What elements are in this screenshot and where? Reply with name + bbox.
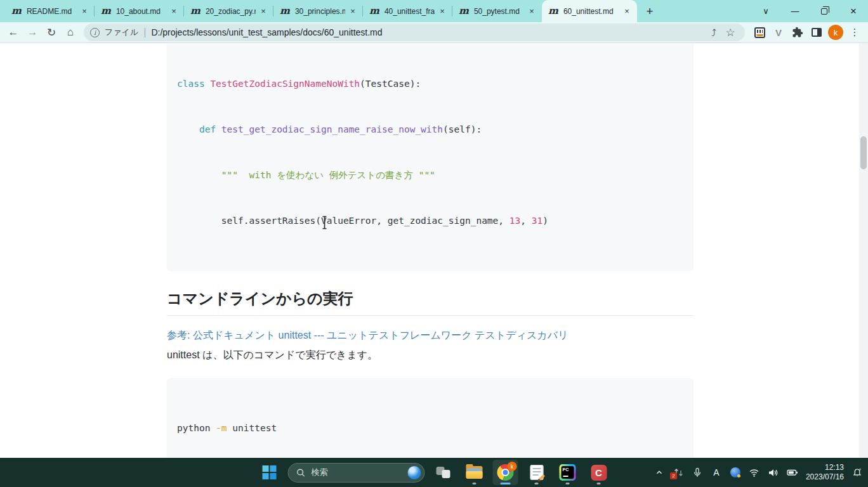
python-code-block: class TestGetZodiacSignNameNoWith(TestCa… <box>167 43 694 271</box>
window-controls: ∨ — × <box>751 0 868 22</box>
tab-close-icon[interactable]: × <box>437 6 447 16</box>
tab-label: 50_pytest.md <box>474 7 524 16</box>
tab-close-icon[interactable]: × <box>622 6 632 16</box>
file-scheme-label: ファイル <box>105 27 138 38</box>
side-panel-icon[interactable] <box>808 24 825 41</box>
page-info-icon[interactable]: i <box>90 28 100 37</box>
tab-40-unittest-framework[interactable]: m 40_unittest_frame × <box>363 0 452 22</box>
chrome-icon: k <box>497 464 514 481</box>
tab-search-chevron-icon[interactable]: ∨ <box>751 0 780 22</box>
scheme-separator: | <box>143 27 146 38</box>
url-text[interactable]: D:/projects/lessons/unit_test_samples/do… <box>151 27 706 37</box>
taskbar-search[interactable]: 検索 <box>288 463 425 483</box>
code-line: def test_get_zodiac_sign_name_raise_now_… <box>177 122 683 137</box>
code-line: python -m unittest <box>177 420 683 436</box>
tab-close-icon[interactable]: × <box>527 6 537 16</box>
folder-icon <box>466 466 483 479</box>
extensions-area: V k ⋮ <box>751 24 863 41</box>
notification-bell-dnd-icon[interactable]: z <box>849 462 865 483</box>
tray-chevron-up-icon[interactable] <box>651 462 667 483</box>
tab-close-icon[interactable]: × <box>348 6 358 16</box>
camtasia-button[interactable]: C <box>586 460 612 485</box>
profile-avatar[interactable]: k <box>827 24 844 41</box>
text-token: ) <box>542 216 548 226</box>
tab-close-icon[interactable]: × <box>79 6 89 16</box>
text-token: -m <box>216 423 227 433</box>
markdown-favicon-icon: m <box>101 6 111 16</box>
pycharm-button[interactable]: PC <box>555 460 581 485</box>
pycharm-icon: PC <box>560 464 576 481</box>
file-explorer-button[interactable] <box>462 460 487 485</box>
notepad-icon <box>530 465 543 480</box>
intro-paragraph: unittest は、以下のコマンドで実行できます。 <box>167 347 694 363</box>
browser-menu-button[interactable]: ⋮ <box>846 24 863 41</box>
markdown-favicon-icon: m <box>280 6 290 16</box>
section-heading: コマンドラインからの実行 <box>167 289 694 316</box>
tab-readme[interactable]: m README.md × <box>5 0 95 22</box>
task-view-button[interactable] <box>431 460 456 485</box>
text-cursor-icon <box>320 216 329 230</box>
address-bar[interactable]: i ファイル | D:/projects/lessons/unit_test_s… <box>84 23 745 41</box>
bing-icon <box>408 466 421 479</box>
microphone-icon[interactable] <box>689 462 706 483</box>
tab-60-unittest-active[interactable]: m 60_unittest.md × <box>542 0 637 22</box>
scrollbar[interactable] <box>859 43 868 458</box>
tab-label: 10_about.md <box>116 7 166 16</box>
markdown-favicon-icon: m <box>11 6 22 16</box>
page-content: class TestGetZodiacSignNameNoWith(TestCa… <box>0 43 868 458</box>
tab-10-about[interactable]: m 10_about.md × <box>95 0 184 22</box>
markdown-viewer-extension-icon[interactable] <box>751 24 768 41</box>
tab-strip: m README.md × m 10_about.md × m 20_zodia… <box>0 0 868 22</box>
text-token <box>177 124 199 134</box>
notepad-button[interactable] <box>524 460 549 485</box>
back-button[interactable]: ← <box>4 23 23 41</box>
markdown-favicon-icon: m <box>548 6 558 16</box>
text-token: python <box>177 423 216 433</box>
text-token <box>177 170 221 180</box>
updater-tray-icon[interactable]: 2 <box>670 462 687 483</box>
wifi-icon[interactable] <box>746 462 763 483</box>
active-indicator <box>501 483 511 484</box>
clock[interactable]: 12:13 2023/07/16 <box>806 463 844 482</box>
markdown-favicon-icon: m <box>190 6 201 16</box>
system-tray: 2 A 12:13 2023/07/16 z <box>651 458 865 487</box>
doc-link-unittest[interactable]: 公式ドキュメント unittest --- ユニットテストフレームワーク <box>193 330 472 341</box>
doc-link-discovery[interactable]: テストディスカバリ <box>475 330 568 341</box>
clock-time: 12:13 <box>806 463 844 472</box>
svg-text:z: z <box>859 467 861 471</box>
reference-prefix: 参考: <box>167 330 193 341</box>
markdown-viewer-glyph <box>754 27 765 38</box>
text-token: def <box>199 124 221 134</box>
vimium-extension-icon[interactable]: V <box>770 24 787 41</box>
puzzle-glyph <box>792 27 803 38</box>
clock-date: 2023/07/16 <box>806 472 844 482</box>
weather-widget-icon[interactable] <box>727 462 744 483</box>
new-tab-button[interactable]: + <box>641 3 659 20</box>
code-line: """ with を使わない 例外テストの書き方 """ <box>177 167 683 183</box>
windows-logo-icon <box>263 465 277 479</box>
update-count-badge: 2 <box>670 472 677 479</box>
share-icon[interactable]: ⤴ <box>706 25 722 40</box>
minimize-button[interactable]: — <box>780 0 810 22</box>
chrome-button[interactable]: k <box>493 460 518 485</box>
volume-icon[interactable] <box>765 462 782 483</box>
camtasia-icon: C <box>591 465 607 481</box>
tab-50-pytest[interactable]: m 50_pytest.md × <box>452 0 542 22</box>
bookmark-star-icon[interactable]: ☆ <box>722 25 739 40</box>
close-button[interactable]: × <box>839 0 868 22</box>
tab-30-principles[interactable]: m 30_principles.md × <box>273 0 363 22</box>
battery-icon[interactable] <box>784 462 801 483</box>
ime-mode-indicator[interactable]: A <box>708 462 725 483</box>
forward-button[interactable]: → <box>23 23 42 41</box>
tab-label: 20_zodiac_py.md <box>206 7 256 16</box>
start-button[interactable] <box>257 460 282 485</box>
home-button[interactable]: ⌂ <box>61 23 80 41</box>
reload-button[interactable]: ↻ <box>42 23 61 41</box>
scrollbar-thumb[interactable] <box>860 136 867 169</box>
tab-close-icon[interactable]: × <box>169 6 179 16</box>
tab-20-zodiac[interactable]: m 20_zodiac_py.md × <box>184 0 273 22</box>
extensions-puzzle-icon[interactable] <box>789 24 806 41</box>
tab-label: README.md <box>27 7 77 16</box>
tab-close-icon[interactable]: × <box>258 6 268 16</box>
restore-button[interactable] <box>810 0 839 22</box>
